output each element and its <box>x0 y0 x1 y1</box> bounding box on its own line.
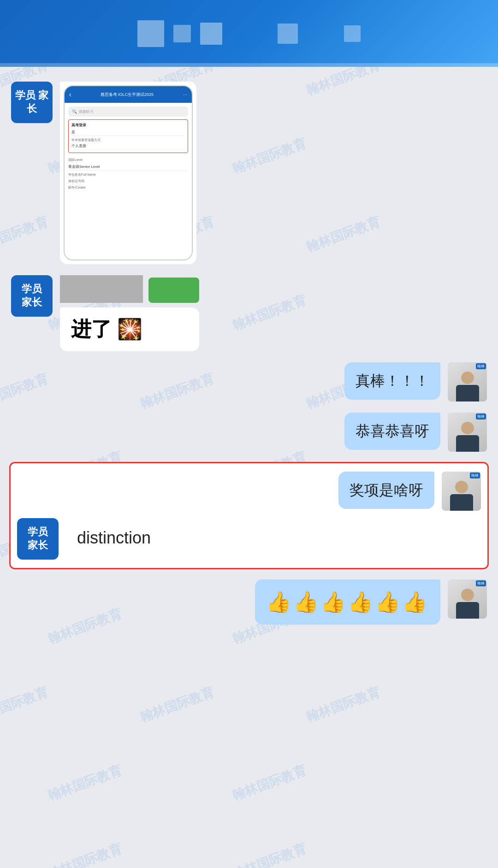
gray-image <box>60 275 143 303</box>
phone-content: 🔍 搜索听力 高考登录 是 学术保素登顶题方式 个人直接 <box>65 103 192 260</box>
phone-top-bar: ‹ 雅思备考 IOLC生平测试2025 ⋯ <box>65 86 192 103</box>
zaibang-text: 真棒！！！ <box>356 372 429 389</box>
avatar-label-7: 翰林 <box>476 580 486 586</box>
message-row-2: 学员家长 进了 🎇 <box>0 270 498 357</box>
phone-outer-section: 国际Level 青金级Senior Level 学生姓名Full Name 身份… <box>68 158 188 190</box>
distinction-text: distinction <box>77 528 151 547</box>
phone-title: 雅思备考 IOLC生平测试2025 <box>75 92 179 98</box>
phone-field-is: 是 <box>71 130 185 136</box>
award-question-text: 奖项是啥呀 <box>350 482 423 498</box>
avatar-label-4: 翰林 <box>476 413 486 419</box>
bubble-thumbs: 👍👍👍👍👍👍 <box>255 579 440 625</box>
avatar-label-5: 翰林 <box>470 472 480 478</box>
header-decoration <box>137 20 361 47</box>
gongxi-text: 恭喜恭喜呀 <box>356 423 429 439</box>
green-image <box>148 278 199 303</box>
avatar-label: 翰林 <box>476 363 486 369</box>
phone-frame: ‹ 雅思备考 IOLC生平测试2025 ⋯ 🔍 搜索听力 高考登录 是 <box>64 85 193 260</box>
image-row <box>60 275 199 303</box>
header-banner <box>0 0 498 67</box>
message-row-3: 翰林 真棒！！！ <box>0 357 498 407</box>
bubble-distinction: distinction <box>66 518 162 558</box>
thumbs-text: 👍👍👍👍👍👍 <box>266 590 429 613</box>
phone-search-bar: 🔍 搜索听力 <box>68 106 188 117</box>
bubble-gongxi: 恭喜恭喜呀 <box>344 413 440 450</box>
chat-container: 学员 家长 ‹ 雅思备考 IOLC生平测试2025 ⋯ 🔍 搜索听力 高考登录 <box>0 67 498 639</box>
message-row-4: 翰林 恭喜恭喜呀 <box>0 407 498 457</box>
message-row-6: 学员家长 distinction <box>15 514 483 563</box>
deco-sq1 <box>137 20 164 47</box>
deco-sq2 <box>173 25 191 42</box>
deco-sq4 <box>278 24 298 44</box>
phone-field-method: 学术保素登顶题方式 个人直接 <box>71 138 185 150</box>
message-row-5: 翰林 奖项是啥呀 <box>15 468 483 514</box>
deco-sq3 <box>200 23 222 45</box>
entered-bubble: 进了 🎇 <box>60 307 199 351</box>
teacher-avatar-5: 翰林 <box>442 472 481 511</box>
msg2-content: 进了 🎇 <box>60 275 199 351</box>
phone-red-section: 高考登录 是 学术保素登顶题方式 个人直接 <box>68 119 188 153</box>
phone-back-icon: ‹ <box>69 91 71 98</box>
message-row-7: 翰林 👍👍👍👍👍👍 <box>0 574 498 630</box>
entered-text: 进了 🎇 <box>71 316 142 343</box>
student-avatar-1: 学员 家长 <box>11 82 53 123</box>
bubble-zaibang: 真棒！！！ <box>344 362 440 400</box>
student-avatar-6: 学员家长 <box>17 518 59 560</box>
bubble-award-question: 奖项是啥呀 <box>338 472 434 509</box>
deco-sq5 <box>344 25 361 42</box>
search-icon: 🔍 <box>72 109 77 114</box>
student-avatar-2: 学员家长 <box>11 275 53 317</box>
teacher-avatar-7: 翰林 <box>448 579 487 619</box>
message-row-1: 学员 家长 ‹ 雅思备考 IOLC生平测试2025 ⋯ 🔍 搜索听力 高考登录 <box>0 76 498 270</box>
red-border-group: 翰林 奖项是啥呀 学员家长 distinction <box>9 462 489 569</box>
phone-menu-icon: ⋯ <box>183 92 187 97</box>
phone-section-title: 高考登录 <box>71 123 185 128</box>
header-bottom-line <box>0 63 498 67</box>
phone-screenshot-bubble: ‹ 雅思备考 IOLC生平测试2025 ⋯ 🔍 搜索听力 高考登录 是 <box>60 82 196 264</box>
teacher-avatar-3: 翰林 <box>448 362 487 402</box>
teacher-avatar-4: 翰林 <box>448 413 487 452</box>
